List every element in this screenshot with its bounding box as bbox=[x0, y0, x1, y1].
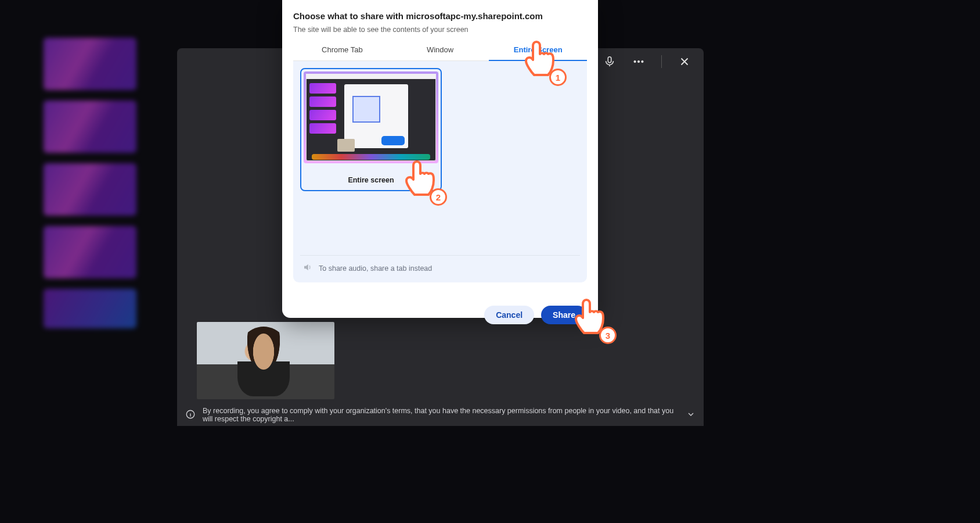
audio-share-note: To share audio, share a tab instead bbox=[300, 255, 580, 274]
tab-chrome-tab[interactable]: Chrome Tab bbox=[293, 40, 391, 60]
more-icon[interactable] bbox=[632, 55, 645, 68]
disclaimer-text: By recording, you agree to comply with y… bbox=[203, 407, 679, 423]
svg-point-3 bbox=[637, 60, 639, 62]
entire-screen-option[interactable]: Entire screen bbox=[300, 68, 442, 191]
audio-note-text: To share audio, share a tab instead bbox=[319, 264, 432, 273]
share-preview-area: Entire screen To share audio, share a ta… bbox=[293, 61, 587, 282]
info-icon bbox=[185, 409, 196, 421]
slide-thumb bbox=[44, 101, 136, 153]
screen-share-dialog: Choose what to share with microsoftapc-m… bbox=[282, 0, 598, 318]
microphone-icon[interactable] bbox=[603, 55, 616, 68]
chevron-down-icon[interactable] bbox=[686, 410, 696, 421]
camera-preview bbox=[197, 322, 334, 399]
tab-entire-screen[interactable]: Entire Screen bbox=[489, 40, 587, 61]
svg-point-2 bbox=[634, 60, 636, 62]
share-tab-bar: Chrome Tab Window Entire Screen bbox=[293, 40, 587, 61]
recording-disclaimer-bar: By recording, you agree to comply with y… bbox=[177, 404, 704, 426]
toolbar-separator bbox=[661, 55, 662, 68]
close-icon[interactable] bbox=[678, 55, 691, 68]
cancel-button[interactable]: Cancel bbox=[484, 306, 534, 324]
slide-thumb bbox=[44, 226, 136, 278]
share-button[interactable]: Share bbox=[541, 306, 587, 324]
screen-thumbnail bbox=[304, 71, 438, 163]
background-slide-thumbnails bbox=[44, 38, 148, 339]
slide-thumb bbox=[44, 289, 136, 328]
dialog-title: Choose what to share with microsoftapc-m… bbox=[293, 11, 587, 21]
speaker-icon bbox=[302, 262, 313, 274]
svg-rect-1 bbox=[608, 57, 611, 63]
screen-option-label: Entire screen bbox=[304, 176, 438, 184]
dialog-actions: Cancel Share bbox=[293, 306, 587, 324]
slide-thumb bbox=[44, 163, 136, 216]
slide-thumb bbox=[44, 38, 136, 90]
dialog-subtitle: The site will be able to see the content… bbox=[293, 26, 587, 34]
svg-point-4 bbox=[642, 60, 643, 62]
tab-window[interactable]: Window bbox=[391, 40, 489, 60]
